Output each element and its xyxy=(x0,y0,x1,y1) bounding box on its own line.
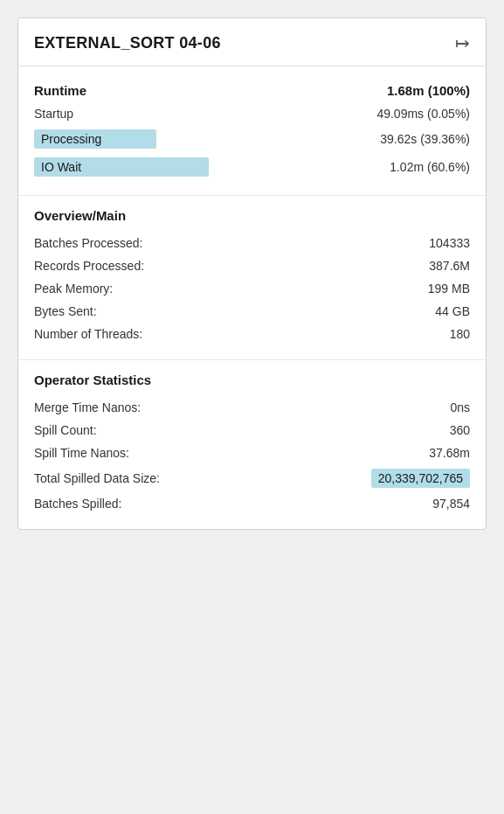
bytes-sent-label: Bytes Sent: xyxy=(34,304,97,318)
spill-count-label: Spill Count: xyxy=(34,423,97,437)
main-card: EXTERNAL_SORT 04-06 ↦ Runtime 1.68m (100… xyxy=(17,17,487,530)
threads-label: Number of Threads: xyxy=(34,327,142,341)
spill-time-row: Spill Time Nanos: 37.68m xyxy=(34,442,470,464)
total-spilled-value: 20,339,702,765 xyxy=(371,469,470,488)
threads-value: 180 xyxy=(450,327,470,341)
spill-count-row: Spill Count: 360 xyxy=(34,419,470,442)
operator-stats-title: Operator Statistics xyxy=(34,372,470,387)
peak-memory-value: 199 MB xyxy=(428,282,470,296)
overview-section: Overview/Main Batches Processed: 104333 … xyxy=(18,196,486,360)
spill-time-value: 37.68m xyxy=(429,446,470,460)
bytes-sent-value: 44 GB xyxy=(435,304,470,318)
io-wait-row: IO Wait 1.02m (60.6%) xyxy=(34,153,470,181)
batches-processed-row: Batches Processed: 104333 xyxy=(34,232,470,254)
startup-label: Startup xyxy=(34,107,73,121)
io-wait-value: 1.02m (60.6%) xyxy=(390,160,470,174)
merge-time-row: Merge Time Nanos: 0ns xyxy=(34,396,470,419)
batches-spilled-value: 97,854 xyxy=(432,497,470,511)
batches-processed-label: Batches Processed: xyxy=(34,236,143,250)
peak-memory-row: Peak Memory: 199 MB xyxy=(34,277,470,300)
runtime-label: Runtime xyxy=(34,83,86,98)
total-spilled-label: Total Spilled Data Size: xyxy=(34,471,160,485)
io-wait-label: IO Wait xyxy=(34,157,209,177)
card-title: EXTERNAL_SORT 04-06 xyxy=(34,34,221,52)
spill-count-value: 360 xyxy=(450,423,470,437)
operator-stats-section: Operator Statistics Merge Time Nanos: 0n… xyxy=(18,360,486,529)
total-spilled-row: Total Spilled Data Size: 20,339,702,765 xyxy=(34,464,470,492)
peak-memory-label: Peak Memory: xyxy=(34,282,113,296)
card-header: EXTERNAL_SORT 04-06 ↦ xyxy=(18,18,486,66)
processing-value: 39.62s (39.36%) xyxy=(380,132,470,146)
records-processed-label: Records Processed: xyxy=(34,259,144,273)
spill-time-label: Spill Time Nanos: xyxy=(34,446,129,460)
processing-row: Processing 39.62s (39.36%) xyxy=(34,125,470,153)
overview-title: Overview/Main xyxy=(34,208,470,223)
batches-spilled-label: Batches Spilled: xyxy=(34,497,121,511)
merge-time-label: Merge Time Nanos: xyxy=(34,400,141,414)
runtime-total-row: Runtime 1.68m (100%) xyxy=(34,79,470,102)
export-icon[interactable]: ↦ xyxy=(455,32,470,53)
runtime-total-value: 1.68m (100%) xyxy=(387,83,470,98)
processing-label: Processing xyxy=(34,129,156,149)
startup-value: 49.09ms (0.05%) xyxy=(376,107,470,121)
batches-processed-value: 104333 xyxy=(429,236,470,250)
records-processed-row: Records Processed: 387.6M xyxy=(34,254,470,277)
startup-row: Startup 49.09ms (0.05%) xyxy=(34,102,470,125)
runtime-section: Runtime 1.68m (100%) Startup 49.09ms (0.… xyxy=(18,66,486,196)
merge-time-value: 0ns xyxy=(450,400,470,414)
records-processed-value: 387.6M xyxy=(429,259,470,273)
threads-row: Number of Threads: 180 xyxy=(34,323,470,345)
batches-spilled-row: Batches Spilled: 97,854 xyxy=(34,492,470,515)
bytes-sent-row: Bytes Sent: 44 GB xyxy=(34,300,470,323)
